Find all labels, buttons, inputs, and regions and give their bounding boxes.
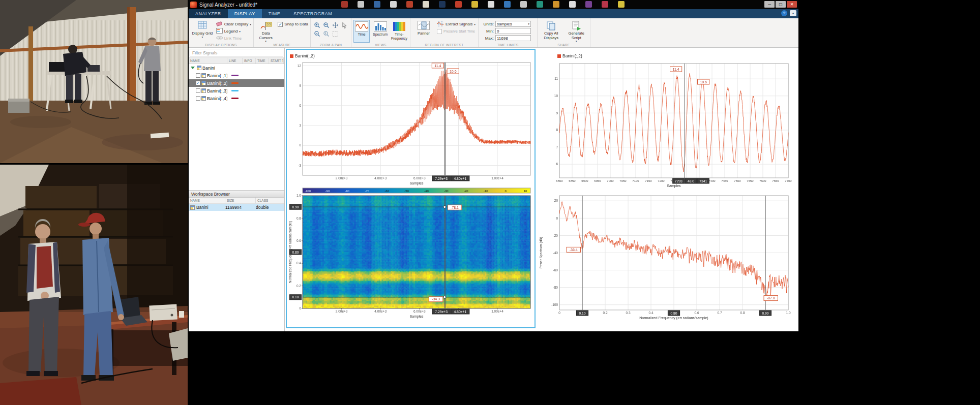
titlebar-app-icon[interactable]	[406, 1, 413, 8]
fit-view-icon[interactable]	[331, 30, 339, 38]
display-2-plots: 6800685069006950700070507100715072007250…	[536, 49, 795, 328]
time-frequency-view-button[interactable]: Time-Frequency	[391, 20, 408, 43]
titlebar[interactable]: Signal Analyzer - untitled* ─ ▢ ✕	[189, 0, 798, 9]
colorbar-tick-label: -10	[484, 190, 488, 193]
signal-row[interactable]: Banini(:,4)	[189, 95, 284, 102]
signal-row[interactable]: Banini(:,3)	[189, 87, 284, 95]
toolstrip-collapse-icon[interactable]: ▴	[790, 10, 796, 16]
group-region-of-interest: Panner Extract Signals ▾ Preserve Start …	[410, 18, 479, 47]
copy-all-displays-button[interactable]: Copy All Displays	[540, 20, 563, 41]
tab-spectrogram[interactable]: SPECTROGRAM	[287, 9, 339, 18]
colorbar-tick-label: -100	[305, 190, 311, 193]
signal-browser-panel: NAMELINEINFOTIMESTART TIME BaniniBanini(…	[189, 48, 285, 331]
display-grid-button[interactable]: Display Grid ▾	[191, 20, 214, 41]
workspace-column-header[interactable]: SIZE	[225, 198, 256, 203]
titlebar-app-icon[interactable]	[618, 1, 625, 8]
workspace-column-header[interactable]: NAME	[189, 198, 225, 203]
cursor-intersection-marker[interactable]	[443, 206, 446, 208]
minimize-button[interactable]: ─	[764, 1, 775, 8]
zoom-in-icon[interactable]	[313, 21, 321, 29]
titlebar-app-icon[interactable]	[439, 1, 446, 8]
titlebar-app-icon[interactable]	[569, 1, 576, 8]
colorbar[interactable]	[303, 188, 530, 193]
titlebar-app-icon[interactable]	[553, 1, 559, 8]
titlebar-app-icon[interactable]	[585, 1, 592, 8]
link-time-button[interactable]: Link Time	[216, 35, 251, 42]
data-cursors-button[interactable]: 3.5 Data Cursors ▾	[256, 20, 276, 41]
signal-column-header[interactable]: NAME	[189, 58, 227, 64]
x-tick-label: 6800	[556, 179, 563, 182]
display-grid-icon	[191, 21, 214, 31]
clear-display-button[interactable]: Clear Display ▾	[216, 21, 251, 27]
cursor-axis-text: 7341	[699, 179, 707, 183]
display-2[interactable]: Banini(:,2) 6800685069006950700070507100…	[536, 49, 795, 328]
help-icon[interactable]: ?	[781, 10, 787, 16]
signal-visibility-checkbox[interactable]	[196, 73, 200, 78]
legend-display-1[interactable]: Banini(:,2)	[290, 53, 315, 58]
toolstrip-ribbon: Display Grid ▾ Clear Display ▾ Legend ▾	[189, 18, 798, 48]
titlebar-app-icon[interactable]	[602, 1, 608, 8]
cursor-intersection-marker[interactable]	[443, 296, 446, 298]
workspace-variable-row[interactable]: Banini11699x4double	[189, 204, 284, 211]
signal-group-row[interactable]: Banini	[189, 64, 284, 72]
preserve-start-time-checkbox[interactable]: Preserve Start Time	[437, 28, 476, 35]
signal-column-header[interactable]: START TIME	[269, 58, 284, 64]
titlebar-app-icon[interactable]	[358, 1, 364, 8]
titlebar-app-icon[interactable]	[423, 1, 429, 8]
legend-swatch	[557, 54, 561, 58]
colorbar-tick-label: 10	[524, 190, 527, 193]
time-max-input[interactable]	[495, 35, 531, 41]
panner-button[interactable]: Panner	[412, 20, 435, 41]
section-label-display-options: DISPLAY OPTIONS	[189, 43, 253, 47]
time-view-button[interactable]: Time	[353, 20, 370, 43]
x-tick-label: 4.00e+3	[374, 176, 387, 180]
signal-visibility-checkbox[interactable]	[196, 96, 200, 101]
titlebar-app-icon[interactable]	[390, 1, 397, 8]
tab-display[interactable]: DISPLAY	[228, 9, 262, 18]
filter-signals-input[interactable]	[190, 49, 283, 56]
titlebar-app-icon[interactable]	[520, 1, 527, 8]
signal-row[interactable]: ✓Banini(:,2)	[189, 79, 284, 87]
signal-column-header[interactable]: INFO	[243, 58, 256, 64]
pan-icon[interactable]	[331, 21, 339, 29]
display-1-selected[interactable]: Banini(:,2) 2.00e+34.00e+36.00e+38.00e+3…	[286, 49, 535, 328]
maximize-button[interactable]: ▢	[776, 1, 786, 8]
signal-column-header[interactable]: LINE	[227, 58, 243, 64]
signal-column-header[interactable]: TIME	[256, 58, 269, 64]
pointer-icon[interactable]	[340, 21, 348, 29]
y-tick-label: 6	[299, 104, 301, 107]
legend-display-2[interactable]: Banini(:,2)	[557, 53, 582, 58]
tab-analyzer[interactable]: ANALYZER	[189, 9, 228, 18]
extract-signals-button[interactable]: Extract Signals ▾	[437, 21, 476, 27]
titlebar-app-icon[interactable]	[455, 1, 462, 8]
y-axis-label: Power Spectrum (dB)	[539, 237, 543, 268]
units-select[interactable]: samples▾	[495, 21, 531, 27]
units-label: Units:	[481, 22, 494, 26]
titlebar-app-icon[interactable]	[537, 1, 543, 8]
zoom-y-icon[interactable]	[322, 30, 330, 38]
cursor-axis-text: 0.10	[579, 311, 585, 315]
zoom-x-icon[interactable]	[322, 21, 330, 29]
signal-row[interactable]: Banini(:,1)	[189, 72, 284, 79]
zoom-out-icon[interactable]	[313, 30, 321, 38]
close-button[interactable]: ✕	[787, 1, 797, 8]
spectrum-view-button[interactable]: Spectrum	[372, 20, 388, 43]
snap-to-data-checkbox[interactable]: ✓ Snap to Data	[278, 21, 308, 27]
collapse-arrow-icon[interactable]	[191, 67, 195, 69]
workspace-column-header[interactable]: CLASS	[256, 198, 284, 203]
legend-button[interactable]: Legend ▾	[216, 28, 251, 35]
tab-time[interactable]: TIME	[262, 9, 287, 18]
photo-top-illustration	[0, 0, 188, 163]
titlebar-app-icon[interactable]	[341, 1, 348, 8]
titlebar-app-icon[interactable]	[488, 1, 494, 8]
titlebar-app-icon[interactable]	[374, 1, 380, 8]
titlebar-app-icon[interactable]	[504, 1, 511, 8]
signal-visibility-checkbox[interactable]	[196, 88, 200, 93]
time-min-input[interactable]	[495, 28, 531, 34]
signal-table: BaniniBanini(:,1)✓Banini(:,2)Banini(:,3)…	[189, 64, 284, 102]
signal-visibility-checkbox[interactable]: ✓	[196, 81, 200, 85]
instrument-unit	[149, 304, 177, 321]
copy-displays-icon	[540, 21, 563, 31]
titlebar-app-icon[interactable]	[471, 1, 478, 8]
generate-script-button[interactable]: Generate Script ▾	[565, 20, 588, 41]
